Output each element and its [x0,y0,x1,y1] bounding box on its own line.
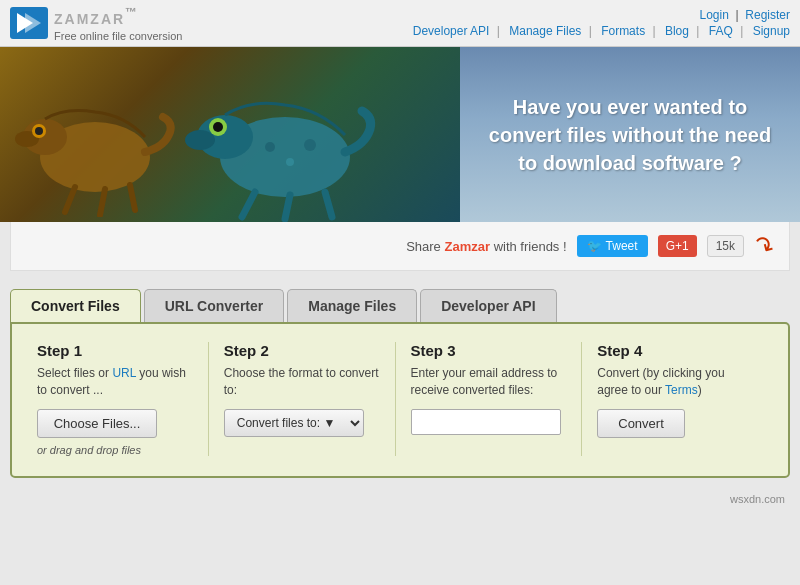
step-3-desc: Enter your email address to receive conv… [411,365,567,399]
svg-line-8 [100,189,105,215]
step-1-col: Step 1 Select files or URL you wish to c… [32,342,209,456]
logo-tm: ™ [125,5,139,19]
tab-developer-api-label: Developer API [441,298,535,314]
logo-icon [10,7,48,39]
gplus-label: G+1 [666,239,689,253]
share-box: Share Zamzar with friends ! 🐦 Tweet G+1 … [10,222,790,271]
nav-formats[interactable]: Formats [601,24,645,38]
top-bar: ZAMZAR™ Free online file conversion Logi… [0,0,800,47]
step-3-col: Step 3 Enter your email address to recei… [396,342,583,456]
svg-point-6 [35,127,43,135]
svg-point-19 [286,158,294,166]
nav-manage-files[interactable]: Manage Files [509,24,581,38]
tab-convert-files[interactable]: Convert Files [10,289,141,322]
hero-images [0,47,460,222]
main-content: Convert Files URL Converter Manage Files… [10,289,790,478]
share-text: Share Zamzar with friends ! [406,239,566,254]
share-label: Share [406,239,441,254]
step-2-col: Step 2 Choose the format to convert to: … [209,342,396,456]
step-1-title: Step 1 [37,342,193,359]
top-right: Login | Register Developer API | Manage … [407,8,790,38]
tab-url-converter-label: URL Converter [165,298,264,314]
svg-line-17 [325,192,332,217]
nav-blog[interactable]: Blog [665,24,689,38]
terms-link[interactable]: Terms [665,383,698,397]
choose-files-button[interactable]: Choose Files... [37,409,157,438]
svg-marker-1 [25,13,41,33]
footer-watermark: wsxdn.com [0,488,800,510]
step-2-title: Step 2 [224,342,380,359]
step-4-desc-suffix: ) [698,383,702,397]
step-1-desc-prefix: Select files or [37,366,112,380]
logo-name-text: ZAMZAR [54,11,125,27]
svg-point-12 [185,130,215,150]
tab-manage-files-label: Manage Files [308,298,396,314]
step-4-desc: Convert (by clicking you agree to our Te… [597,365,753,399]
nav-links: Developer API | Manage Files | Formats |… [407,24,790,38]
tab-developer-api[interactable]: Developer API [420,289,556,322]
tab-url-converter[interactable]: URL Converter [144,289,285,322]
step-4-title: Step 4 [597,342,753,359]
svg-line-9 [130,185,135,210]
svg-point-20 [304,139,316,151]
tab-convert-files-label: Convert Files [31,298,120,314]
logo-text-area: ZAMZAR™ Free online file conversion [54,4,182,42]
drag-drop-text: or drag and drop files [37,444,193,456]
svg-line-15 [242,192,255,217]
svg-point-14 [213,122,223,132]
convert-button[interactable]: Convert [597,409,685,438]
share-count: 15k [707,235,744,257]
email-input[interactable] [411,409,561,435]
login-register: Login | Register [699,8,790,22]
hero-text-box: Have you ever wanted to convert files wi… [460,47,800,222]
share-brand-link[interactable]: Zamzar [444,239,490,254]
register-link[interactable]: Register [745,8,790,22]
watermark-text: wsxdn.com [730,493,785,505]
logo-tagline: Free online file conversion [54,30,182,42]
gplus-button[interactable]: G+1 [658,235,697,257]
tabs-bar: Convert Files URL Converter Manage Files… [10,289,790,322]
hero-headline: Have you ever wanted to convert files wi… [480,93,780,177]
svg-line-7 [65,187,75,212]
arrow-icon: ↷ [748,229,779,263]
url-link[interactable]: URL [112,366,136,380]
tweet-label: Tweet [606,239,638,253]
login-link[interactable]: Login [699,8,728,22]
step-4-desc-prefix: Convert (by clicking you agree to our [597,366,724,397]
tweet-button[interactable]: 🐦 Tweet [577,235,648,257]
share-suffix: with friends ! [494,239,567,254]
nav-faq[interactable]: FAQ [709,24,733,38]
converter-box: Step 1 Select files or URL you wish to c… [10,322,790,478]
step-2-desc: Choose the format to convert to: [224,365,380,399]
hero-section: Have you ever wanted to convert files wi… [0,47,800,222]
svg-line-16 [285,195,290,219]
nav-developer-api[interactable]: Developer API [413,24,490,38]
step-3-title: Step 3 [411,342,567,359]
svg-point-18 [265,142,275,152]
step-1-desc: Select files or URL you wish to convert … [37,365,193,399]
twitter-icon: 🐦 [587,239,602,253]
tab-manage-files[interactable]: Manage Files [287,289,417,322]
format-select[interactable]: Convert files to: ▼ mp3 mp4 pdf jpg png … [224,409,364,437]
logo-name: ZAMZAR™ [54,4,182,30]
logo-area: ZAMZAR™ Free online file conversion [10,4,182,42]
step-4-col: Step 4 Convert (by clicking you agree to… [582,342,768,456]
nav-signup[interactable]: Signup [753,24,790,38]
